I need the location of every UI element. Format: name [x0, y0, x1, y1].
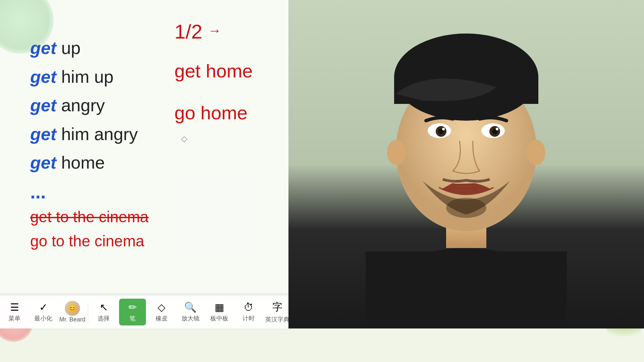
select-icon: ↖	[100, 301, 108, 313]
left-typed-content: get up get him up get angry get him angr…	[30, 37, 149, 255]
toolbar-divider-1	[88, 302, 88, 322]
eraser-label: 橡皮	[156, 314, 168, 322]
board-label: 板中板	[210, 314, 228, 322]
phrase-get-up: get up	[30, 37, 149, 60]
phrase-get-him-angry: get him angry	[30, 123, 149, 146]
person-video	[288, 0, 644, 328]
minimize-icon: ✓	[39, 301, 48, 313]
zoom-icon: 🔍	[184, 301, 197, 313]
pen-label: 笔	[129, 314, 136, 322]
right-go-home: go home	[174, 102, 253, 124]
word-him-angry: him angry	[61, 124, 138, 144]
svg-rect-2	[366, 251, 567, 328]
zoom-label: 放大镜	[181, 314, 200, 322]
chinese-label: 英汉字典	[265, 315, 289, 323]
word-him-up: him up	[61, 67, 113, 86]
toolbar-profile[interactable]: 😊 Mr. Beard	[59, 299, 86, 325]
toolbar-select[interactable]: ↖ 选择	[90, 299, 117, 325]
handwritten-go-cinema: go to the cinema	[30, 230, 149, 252]
svg-point-7	[387, 140, 406, 165]
toolbar-pen[interactable]: ✏ 笔	[119, 299, 146, 325]
word-get-2: get	[30, 67, 56, 86]
select-label: 选择	[98, 314, 110, 322]
fraction-display: 1/2 →	[174, 20, 253, 43]
board-icon: ▦	[215, 301, 224, 313]
word-get-4: get	[30, 124, 56, 144]
handwritten-get-cinema: get to the cinema	[30, 206, 149, 228]
toolbar-board[interactable]: ▦ 板中板	[206, 299, 233, 325]
right-handwritten-content: 1/2 → get home go home	[174, 20, 253, 144]
menu-label: 菜单	[8, 314, 20, 322]
word-get-1: get	[30, 38, 56, 58]
toolbar: ☰ 菜单 ✓ 最小化 😊 Mr. Beard ↖ 选择 ✏ 笔 ◇ 橡皮 🔍 放…	[0, 295, 292, 328]
word-get-3: get	[30, 96, 56, 115]
timer-label: 计时	[243, 314, 255, 322]
timer-icon: ⏱	[244, 302, 254, 313]
svg-point-8	[527, 140, 545, 165]
svg-point-15	[442, 128, 445, 130]
minimize-label: 最小化	[34, 314, 52, 322]
menu-icon: ☰	[10, 301, 19, 313]
cursor-dot: ◇	[181, 134, 187, 143]
toolbar-zoom[interactable]: 🔍 放大镜	[177, 299, 204, 325]
word-up: up	[61, 38, 80, 58]
toolbar-menu[interactable]: ☰ 菜单	[1, 299, 28, 325]
word-angry: angry	[61, 96, 105, 115]
right-get-home: get home	[174, 60, 253, 82]
strikethrough-text: get to the cinema	[30, 208, 149, 226]
toolbar-minimize[interactable]: ✓ 最小化	[30, 299, 57, 325]
toolbar-timer[interactable]: ⏱ 计时	[235, 299, 262, 325]
svg-point-17	[446, 198, 486, 218]
toolbar-chinese[interactable]: 字 英汉字典	[264, 299, 291, 325]
webcam-area	[288, 0, 644, 328]
toolbar-eraser[interactable]: ◇ 橡皮	[148, 299, 175, 325]
svg-point-16	[496, 128, 498, 130]
person-svg	[288, 0, 644, 328]
phrase-get-angry: get angry	[30, 94, 149, 117]
pen-icon: ✏	[128, 301, 137, 313]
chinese-icon: 字	[272, 300, 282, 314]
profile-label: Mr. Beard	[59, 316, 86, 323]
handwritten-section: get to the cinema go to the cinema	[30, 206, 149, 252]
phrase-get-him-up: get him up	[30, 66, 149, 88]
word-home: home	[61, 153, 105, 172]
ellipsis: ...	[30, 181, 149, 203]
word-get-5: get	[30, 153, 56, 172]
eraser-icon: ◇	[158, 301, 165, 313]
whiteboard: get up get him up get angry get him angr…	[0, 0, 292, 328]
arrow-icon: →	[208, 23, 221, 38]
phrase-get-home: get home	[30, 152, 149, 174]
avatar: 😊	[65, 301, 80, 316]
